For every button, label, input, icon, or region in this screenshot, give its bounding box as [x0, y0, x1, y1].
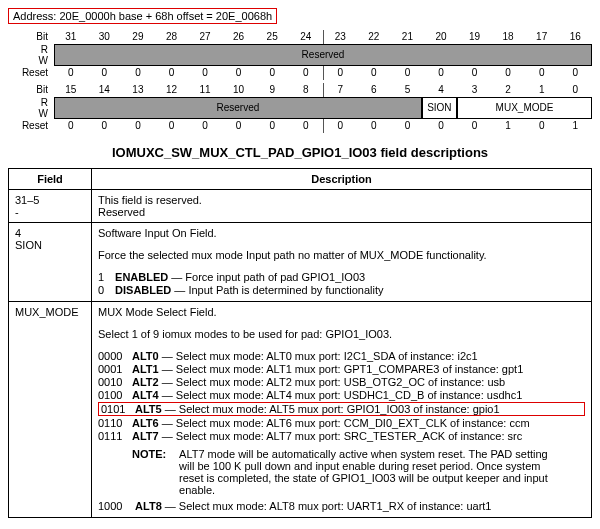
- reserved-field-upper: Reserved: [54, 44, 592, 66]
- mux-alt-option: 0100ALT4 — Select mux mode: ALT4 mux por…: [98, 389, 585, 401]
- reset-bit: 0: [289, 66, 323, 80]
- alt-text: — Select mux mode: ALT5 mux port: GPIO1_…: [162, 403, 500, 415]
- field-name: -: [15, 206, 85, 218]
- reset-bit: 0: [424, 119, 458, 133]
- bit-number: 24: [289, 30, 323, 44]
- mux-mode-field: MUX_MODE: [457, 97, 592, 119]
- opt-text: — Input Path is determined by functional…: [171, 284, 383, 296]
- table-row: 31–5 - This field is reserved. Reserved: [9, 190, 592, 223]
- alt-code: 0000: [98, 350, 132, 362]
- bit-number: 13: [121, 83, 155, 97]
- reset-bit: 0: [188, 66, 222, 80]
- table-row: 4 SION Software Input On Field. Force th…: [9, 223, 592, 302]
- label-bit: Bit: [8, 30, 54, 44]
- alt-name: ALT4: [132, 389, 159, 401]
- bit-number: 19: [458, 30, 492, 44]
- bit-number: 17: [525, 30, 559, 44]
- alt-text: — Select mux mode: ALT2 mux port: USB_OT…: [159, 376, 505, 388]
- alt-text: — Select mux mode: ALT6 mux port: CCM_DI…: [159, 417, 530, 429]
- alt-name: ALT6: [132, 417, 159, 429]
- bit-number: 11: [188, 83, 222, 97]
- alt-text: — Select mux mode: ALT7 mux port: SRC_TE…: [159, 430, 523, 442]
- reset-bit: 0: [155, 66, 189, 80]
- reset-bit: 0: [525, 66, 559, 80]
- bitfield-lower: Bit 1514131211109876543210 R W Reserved …: [8, 83, 592, 133]
- label-r: R: [41, 97, 48, 108]
- mux-alt-option: 0000ALT0 — Select mux mode: ALT0 mux por…: [98, 350, 585, 362]
- register-address: Address: 20E_0000h base + 68h offset = 2…: [8, 8, 277, 24]
- alt-name: ALT0: [132, 350, 159, 362]
- bit-number: 14: [88, 83, 122, 97]
- mux-alt-option: 0001ALT1 — Select mux mode: ALT1 mux por…: [98, 363, 585, 375]
- col-description: Description: [92, 169, 592, 190]
- bit-number: 4: [424, 83, 458, 97]
- field-name: MUX_MODE: [15, 306, 85, 318]
- reset-bit: 0: [391, 119, 425, 133]
- reset-bit: 0: [155, 119, 189, 133]
- field-range: 4: [15, 227, 85, 239]
- mux-alt-option: 0101ALT5 — Select mux mode: ALT5 mux por…: [98, 402, 585, 416]
- bit-number: 26: [222, 30, 256, 44]
- bit-number: 7: [323, 83, 358, 97]
- bit-number: 20: [424, 30, 458, 44]
- opt-code: 1: [98, 271, 112, 283]
- mux-alt-option: 0110ALT6 — Select mux mode: ALT6 mux por…: [98, 417, 585, 429]
- reset-bit: 0: [222, 119, 256, 133]
- bit-number: 23: [323, 30, 358, 44]
- reset-bit: 0: [121, 66, 155, 80]
- reset-bit: 0: [88, 66, 122, 80]
- reset-bit: 0: [357, 119, 391, 133]
- field-description-table: Field Description 31–5 - This field is r…: [8, 168, 592, 518]
- reset-bit: 1: [558, 119, 592, 133]
- reset-bit: 0: [458, 66, 492, 80]
- field-range: 31–5: [15, 194, 85, 206]
- opt-name: DISABLED: [115, 284, 171, 296]
- alt-code: 1000: [98, 500, 132, 512]
- alt-code: 0101: [101, 403, 135, 415]
- alt-code: 0110: [98, 417, 132, 429]
- note-label: NOTE:: [132, 448, 176, 460]
- desc-top: Software Input On Field.: [98, 227, 585, 239]
- bit-number: 0: [558, 83, 592, 97]
- alt-name: ALT7: [132, 430, 159, 442]
- bit-number: 31: [54, 30, 88, 44]
- alt-name: ALT8: [135, 500, 162, 512]
- bit-number: 16: [558, 30, 592, 44]
- reset-bit: 0: [121, 119, 155, 133]
- alt-text: — Select mux mode: ALT0 mux port: I2C1_S…: [159, 350, 478, 362]
- alt-name: ALT2: [132, 376, 159, 388]
- bit-number: 5: [391, 83, 425, 97]
- alt-name: ALT5: [135, 403, 162, 415]
- reset-bit: 0: [323, 119, 358, 133]
- bit-number: 29: [121, 30, 155, 44]
- label-reset: Reset: [8, 119, 54, 133]
- alt-code: 0001: [98, 363, 132, 375]
- reset-bit: 0: [255, 66, 289, 80]
- desc-top: MUX Mode Select Field.: [98, 306, 585, 318]
- bit-number: 2: [491, 83, 525, 97]
- alt-code: 0111: [98, 430, 132, 442]
- reset-bit: 0: [391, 66, 425, 80]
- label-r: R: [41, 44, 48, 55]
- label-bit: Bit: [8, 83, 54, 97]
- bit-number: 15: [54, 83, 88, 97]
- alt-text: — Select mux mode: ALT1 mux port: GPT1_C…: [159, 363, 524, 375]
- label-w: W: [39, 108, 48, 119]
- bit-number: 21: [391, 30, 425, 44]
- reset-bit: 0: [188, 119, 222, 133]
- sion-field: SION: [422, 97, 457, 119]
- reset-bit: 0: [289, 119, 323, 133]
- bit-number: 12: [155, 83, 189, 97]
- alt-text: — Select mux mode: ALT4 mux port: USDHC1…: [159, 389, 523, 401]
- reset-bit: 0: [88, 119, 122, 133]
- bit-number: 9: [255, 83, 289, 97]
- bit-number: 25: [255, 30, 289, 44]
- reset-bit: 0: [222, 66, 256, 80]
- reset-bit: 0: [357, 66, 391, 80]
- reset-bit: 0: [424, 66, 458, 80]
- reset-bit: 0: [323, 66, 358, 80]
- mux-alt-option: 0111ALT7 — Select mux mode: ALT7 mux por…: [98, 430, 585, 442]
- alt-code: 0100: [98, 389, 132, 401]
- note-text: ALT7 mode will be automatically active w…: [179, 448, 559, 496]
- reset-bit: 0: [491, 66, 525, 80]
